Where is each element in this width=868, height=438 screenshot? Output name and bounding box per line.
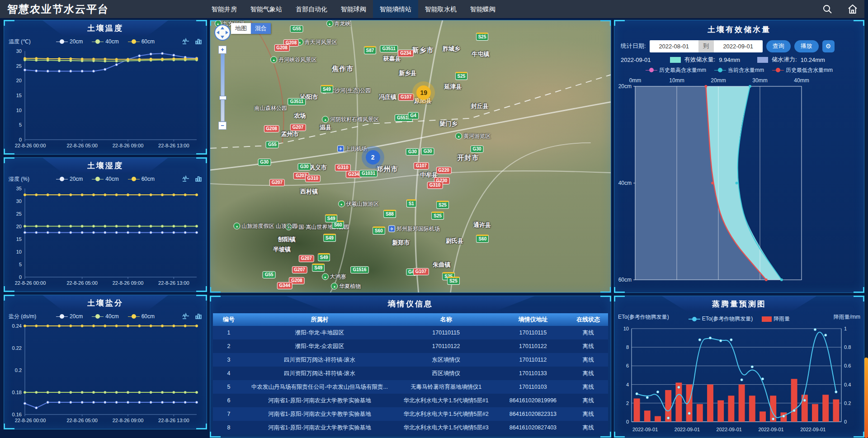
- water-chart-legend: 历史最高含水量mm当前含水量mm历史最低含水量mm: [614, 66, 864, 75]
- table-cell: 864161020827403: [497, 421, 568, 434]
- line-chart-icon[interactable]: [182, 312, 189, 320]
- map-type-switch: 地图 混合: [231, 23, 271, 34]
- legend-item[interactable]: 降雨量: [762, 315, 790, 323]
- road-badge: G107: [413, 268, 429, 275]
- settings-gear-button[interactable]: ⚙: [822, 40, 835, 52]
- legend-label: 20cm: [70, 313, 83, 320]
- table-row[interactable]: 6河南省1-原阳-河南农业大学教学实验基地华北水利水电大学1.5代墒情5层#18…: [213, 394, 608, 407]
- nav-item-6[interactable]: 智能蝶阀: [463, 0, 502, 18]
- soil-temp-panel: 土壤温度 温度 (℃) 20cm40cm60cm 30252015105022-…: [4, 20, 207, 155]
- airport-marker-icon[interactable]: ✈: [337, 146, 344, 152]
- scenic-marker-icon[interactable]: ▲: [331, 283, 338, 289]
- table-row[interactable]: 7河南省1-原阳-河南农业大学教学实验基地华北水利水电大学1.5代墒情5层#28…: [213, 407, 608, 421]
- station-cluster-marker[interactable]: 19: [416, 85, 431, 100]
- legend-item[interactable]: 历史最低含水量mm: [772, 66, 833, 74]
- eto-right-axis-label: 降雨量/mm: [834, 313, 860, 321]
- table-row[interactable]: 1濮阳-华龙-丰地园区170110115170110115离线: [213, 326, 608, 339]
- map-panel[interactable]: 地图 混合 + − 焦作市新乡市郑州市开封市沁阳市获嘉县新乡县延津县牛屯镇胙城乡…: [210, 20, 611, 293]
- legend-item[interactable]: 40cm: [92, 313, 118, 320]
- table-row[interactable]: 5中农发山丹马场有限责任公司-中农发山但马场有限责...无毒马铃薯培育基地墒情仪…: [213, 380, 608, 394]
- road-badge: S1: [406, 199, 416, 207]
- nav-item-3[interactable]: 智能球阀: [334, 0, 373, 18]
- svg-text:0.2: 0.2: [15, 367, 22, 373]
- legend-line-marker: [56, 39, 68, 44]
- nav-item-1[interactable]: 智能气象站: [244, 0, 289, 18]
- table-row[interactable]: 3四川资阳万阔达-祥符镇-滚水东区墒情仪170110112离线: [213, 353, 608, 367]
- zoom-thumb[interactable]: [219, 96, 226, 100]
- legend-item[interactable]: 20cm: [56, 176, 83, 182]
- right-column: 土壤有效储水量 统计日期: 到 查询 播放 ⚙ 2022-09-01 有效储水量…: [614, 20, 864, 438]
- road-badge: G30: [421, 148, 434, 155]
- zoom-in-button[interactable]: +: [218, 46, 226, 54]
- svg-text:2: 2: [626, 400, 629, 406]
- scenic-marker-icon[interactable]: ▲: [455, 133, 462, 140]
- date-to-input[interactable]: [714, 40, 763, 52]
- nav-item-0[interactable]: 智能井房: [205, 0, 244, 18]
- legend-line-marker: [92, 177, 104, 181]
- road-badge: S88: [383, 210, 396, 218]
- water-profile-chart: 0mm10mm20mm30mm40mm20cm40cm60cm: [614, 75, 864, 288]
- road-badge: G220: [436, 167, 451, 174]
- scenic-marker-icon[interactable]: ▲: [270, 56, 277, 63]
- map-label: ▲青天河风景区: [297, 38, 337, 46]
- bar-chart-icon[interactable]: [195, 312, 202, 320]
- map-label: 温县: [320, 123, 331, 132]
- map-label-text: 牛屯镇: [472, 50, 490, 58]
- hybrid-mode-button[interactable]: 混合: [251, 23, 271, 34]
- legend-item[interactable]: 40cm: [92, 38, 118, 45]
- bar-chart-icon[interactable]: [195, 175, 202, 182]
- bar-chart-icon[interactable]: [195, 38, 202, 45]
- zoom-track[interactable]: [221, 54, 225, 122]
- legend-item[interactable]: 20cm: [56, 313, 83, 320]
- map-compass[interactable]: [214, 24, 231, 43]
- map-label: 郜阳镇: [278, 235, 296, 244]
- line-chart-icon[interactable]: [182, 175, 189, 182]
- scrollbar-thumb[interactable]: [864, 358, 868, 438]
- airport-marker-icon[interactable]: ✈: [388, 225, 395, 232]
- scenic-marker-icon[interactable]: ▲: [326, 20, 333, 27]
- road-badge: G207: [290, 124, 306, 131]
- scenic-marker-icon[interactable]: ▲: [338, 201, 345, 207]
- legend-item[interactable]: 历史最高含水量mm: [646, 66, 706, 74]
- svg-text:40mm: 40mm: [794, 77, 809, 84]
- nav-item-5[interactable]: 智能取水机: [418, 0, 463, 18]
- search-icon[interactable]: [822, 4, 833, 14]
- table-row[interactable]: 4四川资阳万阔达-祥符镇-滚水西区墒情仪170110133离线: [213, 367, 608, 380]
- table-row[interactable]: 2濮阳-华龙-众农园区170110122170110122离线: [213, 339, 608, 353]
- legend-item[interactable]: 40cm: [92, 176, 118, 182]
- scenic-marker-icon[interactable]: ▲: [322, 273, 329, 280]
- table-cell: 2: [213, 339, 245, 353]
- map-label: ▲山旅游度假区 山顶公园: [234, 222, 297, 230]
- table-row[interactable]: 8河南省1-原阳-河南农业大学教学实验基地华北水利水电大学1.5代墒情5层#38…: [213, 421, 608, 434]
- legend-item[interactable]: 当前含水量mm: [714, 66, 764, 74]
- soil-hum-axis-name: 湿度 (%): [9, 175, 29, 183]
- zoom-out-button[interactable]: −: [218, 122, 226, 130]
- scenic-marker-icon[interactable]: ▲: [234, 223, 241, 230]
- map-label-text: 伏羲山旅游区: [346, 200, 379, 208]
- road-badge: G208: [274, 44, 289, 52]
- map-label: ▲大鸿寨: [322, 273, 346, 281]
- soil-hum-tools: [182, 175, 202, 182]
- scenic-marker-icon[interactable]: ▲: [322, 116, 329, 123]
- map-mode-button[interactable]: 地图: [231, 23, 251, 34]
- left-column: 土壤温度 温度 (℃) 20cm40cm60cm 30252015105022-…: [4, 20, 207, 438]
- road-badge: G310: [427, 182, 443, 189]
- query-button[interactable]: 查询: [766, 40, 791, 52]
- legend-item[interactable]: 60cm: [128, 38, 155, 45]
- legend-item[interactable]: 60cm: [128, 313, 155, 320]
- play-button[interactable]: 播放: [794, 40, 819, 52]
- nav-item-2[interactable]: 首部自动化: [289, 0, 334, 18]
- page-scrollbar[interactable]: [864, 0, 868, 438]
- legend-item[interactable]: 60cm: [128, 176, 155, 182]
- nav-item-4[interactable]: 智能墒情站: [373, 0, 418, 18]
- home-icon[interactable]: [847, 4, 858, 14]
- svg-text:20mm: 20mm: [711, 77, 726, 84]
- legend-item[interactable]: 20cm: [56, 38, 83, 45]
- line-chart-icon[interactable]: [182, 38, 189, 45]
- station-cluster-marker[interactable]: 2: [366, 150, 380, 165]
- road-badge: S87: [364, 46, 377, 54]
- svg-text:0: 0: [19, 137, 22, 142]
- road-badge: S49: [323, 234, 336, 242]
- legend-item[interactable]: ETo(参考作物腾发量): [689, 315, 753, 323]
- date-from-input[interactable]: [650, 40, 698, 52]
